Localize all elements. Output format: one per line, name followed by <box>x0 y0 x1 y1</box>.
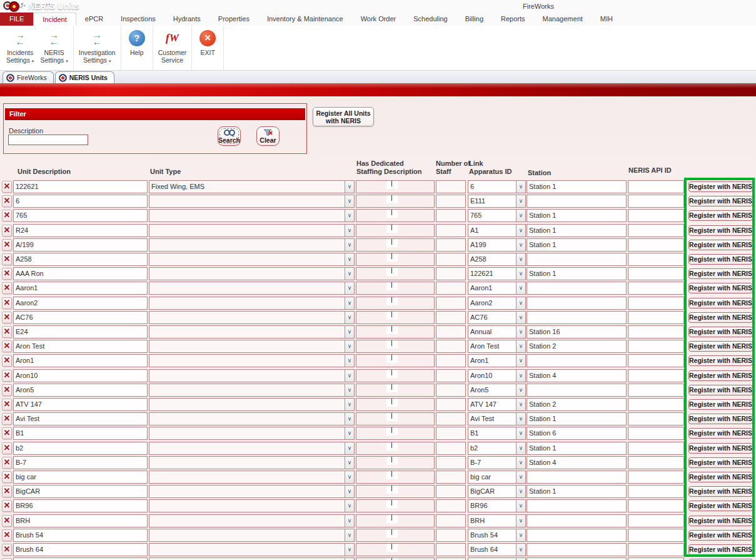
chevron-down-icon[interactable]: ∨ <box>345 297 354 309</box>
register-with-neris-button[interactable]: Register with NERIS <box>688 268 753 279</box>
unit-description-field[interactable]: AAA Ron <box>13 267 148 280</box>
neris-api-id-field[interactable] <box>628 180 684 193</box>
chevron-down-icon[interactable]: ∨ <box>345 427 354 439</box>
unit-description-field[interactable]: b2 <box>13 442 148 455</box>
station-field[interactable] <box>527 297 627 310</box>
number-of-staff-field[interactable] <box>436 471 466 484</box>
unit-description-field[interactable]: A/199 <box>13 238 148 252</box>
unit-description-field[interactable]: Aron10 <box>13 369 148 382</box>
register-with-neris-button[interactable]: Register with NERIS <box>688 399 753 410</box>
station-field[interactable]: Station 1 <box>527 238 627 252</box>
register-with-neris-button[interactable]: Register with NERIS <box>688 225 753 236</box>
chevron-down-icon[interactable]: ∨ <box>516 268 525 280</box>
register-with-neris-button[interactable]: Register with NERIS <box>688 355 753 366</box>
chevron-down-icon[interactable]: ∨ <box>516 181 525 193</box>
delete-row-button[interactable]: ✕ <box>2 413 12 425</box>
unit-type-dropdown[interactable]: Fixed Wing, EMS∨ <box>149 180 355 193</box>
staffing-description-cell[interactable] <box>356 427 435 440</box>
unit-description-field[interactable]: Aron5 <box>13 384 148 397</box>
station-field[interactable]: Station 1 <box>527 412 627 425</box>
delete-row-button[interactable]: ✕ <box>2 486 12 497</box>
chevron-down-icon[interactable]: ∨ <box>516 486 525 497</box>
staffing-description-cell[interactable] <box>356 282 435 295</box>
link-apparatus-dropdown[interactable]: B-7∨ <box>468 456 526 469</box>
neris-api-id-field[interactable] <box>628 311 684 324</box>
link-apparatus-dropdown[interactable]: Brush 54∨ <box>468 529 526 542</box>
delete-row-button[interactable]: ✕ <box>2 268 12 280</box>
station-field[interactable]: Station 1 <box>527 485 627 498</box>
staffing-description-cell[interactable] <box>356 253 435 266</box>
neris-api-id-field[interactable] <box>628 282 684 295</box>
chevron-down-icon[interactable]: ∨ <box>516 500 525 512</box>
number-of-staff-field[interactable] <box>436 442 466 455</box>
delete-row-button[interactable]: ✕ <box>2 515 12 527</box>
neris-api-id-field[interactable] <box>628 267 684 280</box>
number-of-staff-field[interactable] <box>436 253 466 266</box>
number-of-staff-field[interactable] <box>436 485 466 498</box>
station-field[interactable]: Station 6 <box>527 427 627 440</box>
unit-type-dropdown[interactable]: ∨ <box>149 369 355 382</box>
chevron-down-icon[interactable]: ∨ <box>345 253 354 265</box>
chevron-down-icon[interactable]: ∨ <box>345 239 354 251</box>
delete-row-button[interactable]: ✕ <box>2 210 12 221</box>
number-of-staff-field[interactable] <box>436 282 466 295</box>
number-of-staff-field[interactable] <box>436 180 466 193</box>
register-with-neris-button[interactable]: Register with NERIS <box>688 254 753 265</box>
link-apparatus-dropdown[interactable]: ATV 147∨ <box>468 398 526 411</box>
number-of-staff-field[interactable] <box>436 384 466 397</box>
register-with-neris-button[interactable]: Register with NERIS <box>688 428 753 439</box>
chevron-down-icon[interactable]: ∨ <box>516 326 525 338</box>
station-field[interactable] <box>527 384 627 397</box>
neris-api-id-field[interactable] <box>628 238 684 252</box>
neris-api-id-field[interactable] <box>628 224 684 237</box>
delete-row-button[interactable]: ✕ <box>2 326 12 338</box>
link-apparatus-dropdown[interactable]: 6∨ <box>468 180 526 193</box>
chevron-down-icon[interactable]: ∨ <box>345 544 354 556</box>
neris-api-id-field[interactable] <box>628 297 684 310</box>
staffing-description-cell[interactable] <box>356 224 435 237</box>
link-apparatus-dropdown[interactable]: BR96∨ <box>468 499 526 512</box>
link-apparatus-dropdown[interactable]: A199∨ <box>468 238 526 252</box>
chevron-down-icon[interactable]: ∨ <box>345 529 354 541</box>
neris-api-id-field[interactable] <box>628 384 684 397</box>
link-apparatus-dropdown[interactable]: big car∨ <box>468 557 526 560</box>
delete-row-button[interactable]: ✕ <box>2 355 12 367</box>
unit-type-dropdown[interactable]: ∨ <box>149 209 355 222</box>
unit-type-dropdown[interactable]: ∨ <box>149 529 355 542</box>
number-of-staff-field[interactable] <box>436 267 466 280</box>
chevron-down-icon[interactable]: ∨ <box>516 413 525 425</box>
chevron-down-icon[interactable]: ∨ <box>345 370 354 382</box>
register-with-neris-button[interactable]: Register with NERIS <box>688 283 753 293</box>
delete-row-button[interactable]: ✕ <box>2 457 12 469</box>
register-with-neris-button[interactable]: Register with NERIS <box>688 298 753 308</box>
link-apparatus-dropdown[interactable]: BRH∨ <box>468 514 526 527</box>
chevron-down-icon[interactable]: ∨ <box>516 195 525 207</box>
unit-description-field[interactable]: B-7 <box>13 456 148 469</box>
chevron-down-icon[interactable]: ∨ <box>345 340 354 352</box>
station-field[interactable]: Station 7 <box>527 557 627 560</box>
station-field[interactable]: Station 4 <box>527 369 627 382</box>
unit-type-dropdown[interactable]: ∨ <box>149 282 355 295</box>
station-field[interactable] <box>527 514 627 527</box>
unit-type-dropdown[interactable]: ∨ <box>149 514 355 527</box>
number-of-staff-field[interactable] <box>436 340 466 353</box>
staffing-description-cell[interactable] <box>356 354 435 367</box>
link-apparatus-dropdown[interactable]: E111∨ <box>468 195 526 208</box>
register-with-neris-button[interactable]: Register with NERIS <box>688 210 753 221</box>
link-apparatus-dropdown[interactable]: Aron Test∨ <box>468 340 526 353</box>
unit-type-dropdown[interactable]: ∨ <box>149 398 355 411</box>
unit-type-dropdown[interactable]: ∨ <box>149 442 355 455</box>
number-of-staff-field[interactable] <box>436 369 466 382</box>
chevron-down-icon[interactable]: ∨ <box>345 515 354 527</box>
number-of-staff-field[interactable] <box>436 529 466 542</box>
delete-row-button[interactable]: ✕ <box>2 442 12 454</box>
register-with-neris-button[interactable]: Register with NERIS <box>688 240 753 250</box>
staffing-description-cell[interactable] <box>356 297 435 310</box>
station-field[interactable] <box>527 471 627 484</box>
unit-type-dropdown[interactable]: ∨ <box>149 412 355 425</box>
unit-type-dropdown[interactable]: ∨ <box>149 499 355 512</box>
number-of-staff-field[interactable] <box>436 514 466 527</box>
unit-type-dropdown[interactable]: ∨ <box>149 543 355 556</box>
unit-description-field[interactable]: Brush 54 <box>13 529 148 542</box>
link-apparatus-dropdown[interactable]: b2∨ <box>468 442 526 455</box>
